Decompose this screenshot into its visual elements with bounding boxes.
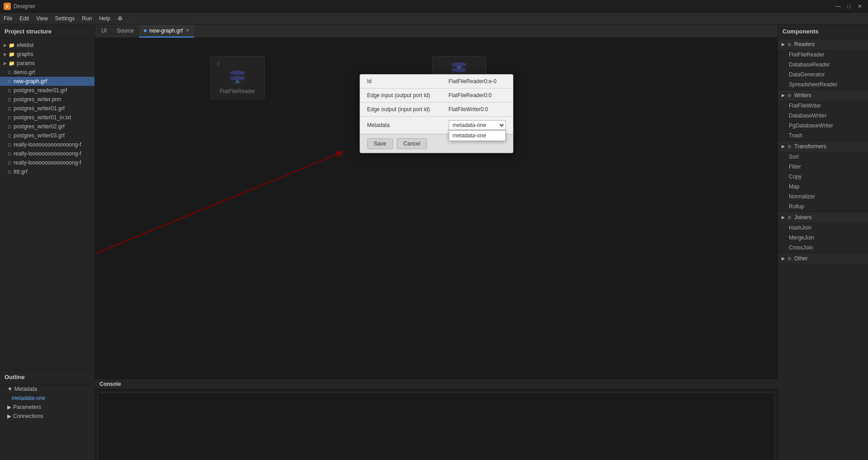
comp-datagenerator[interactable]: DataGenerator	[778, 70, 868, 80]
section-writers: ▶ ⚙ Writers FlatFileWriter DatabaseWrite…	[778, 90, 868, 141]
comp-copy[interactable]: Copy	[778, 172, 868, 182]
tree-item-postgres-reader01[interactable]: 🗋 postgres_reader01.grf	[0, 86, 95, 95]
comp-spreadsheetreader[interactable]: SpreadsheetReader	[778, 80, 868, 89]
dialog-overlay: Id FlatFileReader0:e-0 Edge input (outpu…	[95, 38, 778, 379]
dialog-field-edge-input-value: FlatFileReader0:0	[449, 92, 506, 99]
tree-label: postgres_writer01.grf	[14, 105, 65, 112]
tree-item-postgres-writer02[interactable]: 🗋 postgres_writer02.grf	[0, 122, 95, 131]
file-icon: 🗋	[7, 160, 12, 165]
tree-item-really-long-2[interactable]: 🗋 really-loooooooooooooong-f	[0, 149, 95, 158]
tab-source[interactable]: Source	[112, 25, 138, 38]
dialog-field-edge-output-value: FlatFileWriter0:0	[449, 106, 506, 113]
tree-item-really-long-1[interactable]: 🗋 really-loooooooooooooong-f	[0, 140, 95, 149]
dialog-field-edge-input-label: Edge input (output port Id)	[367, 92, 449, 99]
tree-label: postgres_writer03.grf	[14, 132, 65, 139]
menu-edit[interactable]: Edit	[19, 15, 29, 22]
comp-databasereader[interactable]: DatabaseReader	[778, 60, 868, 70]
components-panel: Components ▶ ⚙ Readers FlatFileReader Da…	[778, 24, 868, 460]
comp-map[interactable]: Map	[778, 182, 868, 192]
console-content	[98, 392, 775, 460]
section-other-header[interactable]: ▶ ⚙ Other	[778, 253, 868, 264]
tree-label: really-loooooooooooooong-f	[14, 141, 81, 148]
project-tree: ▶ 📁 efeklist ▶ 📁 graphs ▶ 📁 params 🗋 dem…	[0, 39, 95, 370]
comp-trash[interactable]: Trash	[778, 131, 868, 141]
comp-filter[interactable]: Filter	[778, 162, 868, 172]
tab-ui[interactable]: UI	[97, 25, 111, 38]
title-bar: e Designer — □ ✕	[0, 0, 868, 13]
minimize-button[interactable]: —	[834, 2, 843, 11]
menu-help[interactable]: Help	[99, 15, 110, 22]
metadata-select[interactable]: metadata-one	[449, 120, 506, 130]
tree-item-graphs[interactable]: ▶ 📁 graphs	[0, 50, 95, 59]
window-controls: — □ ✕	[834, 2, 864, 11]
comp-sort[interactable]: Sort	[778, 152, 868, 162]
tab-close-icon[interactable]: ✕	[185, 28, 190, 33]
comp-hashjoin[interactable]: HashJoin	[778, 223, 868, 233]
tree-item-really-long-3[interactable]: 🗋 really-loooooooooooooong-f	[0, 158, 95, 167]
tab-new-graph[interactable]: new-graph.grf ✕	[139, 25, 194, 38]
menu-file[interactable]: File	[4, 15, 12, 22]
outline-metadata-one[interactable]: metadata-one	[0, 394, 95, 403]
file-icon: 🗋	[7, 88, 12, 93]
outline-parameters-section[interactable]: ▶ Parameters	[0, 403, 95, 412]
section-transformers: ▶ ⚙ Transformers Sort Filter Copy Map No…	[778, 141, 868, 212]
tree-item-postgres-writer03[interactable]: 🗋 postgres_writer03.grf	[0, 131, 95, 140]
menu-settings[interactable]: Settings	[55, 15, 75, 22]
comp-rollup[interactable]: Rollup	[778, 202, 868, 211]
gear-icon: ⚙	[787, 93, 792, 98]
file-icon: 🗋	[7, 133, 12, 138]
outline-metadata-section[interactable]: ▼ Metadata	[0, 385, 95, 394]
menu-run[interactable]: Run	[82, 15, 92, 22]
section-writers-header[interactable]: ▶ ⚙ Writers	[778, 90, 868, 101]
tab-bar: UI Source new-graph.grf ✕	[95, 24, 778, 38]
dialog-field-metadata-label: Metadata	[367, 122, 449, 128]
tree-item-demo-grf[interactable]: 🗋 demo.grf	[0, 68, 95, 77]
tree-item-params[interactable]: ▶ 📁 params	[0, 59, 95, 68]
dialog-cancel-button[interactable]: Cancel	[397, 138, 427, 149]
tree-item-new-graph-grf[interactable]: 🗋 new-graph.grf	[0, 77, 95, 86]
tree-label: new-graph.grf	[14, 78, 47, 84]
section-readers-header[interactable]: ▶ ⚙ Readers	[778, 39, 868, 50]
metadata-dropdown-popup: metadata-one	[449, 130, 506, 141]
arrow-icon: ▼	[7, 386, 13, 392]
console-title: Console	[95, 379, 778, 390]
metadata-option-metadata-one[interactable]: metadata-one	[449, 131, 505, 141]
close-button[interactable]: ✕	[855, 2, 864, 11]
center-area: UI Source new-graph.grf ✕	[95, 24, 778, 460]
tree-item-efeklist[interactable]: ▶ 📁 efeklist	[0, 41, 95, 50]
dialog-save-button[interactable]: Save	[367, 138, 393, 149]
section-label: Writers	[794, 92, 811, 99]
tree-label: postgres_writer.prm	[14, 96, 61, 103]
comp-crossjoin[interactable]: CrossJoin	[778, 243, 868, 253]
dialog-row-id: Id FlatFileReader0:e-0	[360, 75, 513, 89]
section-transformers-header[interactable]: ▶ ⚙ Transformers	[778, 141, 868, 152]
menu-refresh-icon[interactable]: ♻	[118, 15, 123, 22]
comp-flatfilewriter[interactable]: FlatFileWriter	[778, 101, 868, 111]
outline-label: Connections	[13, 413, 43, 419]
arrow-icon: ▶	[7, 413, 11, 419]
metadata-select-wrapper: metadata-one metadata-one	[449, 120, 506, 130]
app-title: Designer	[14, 3, 831, 9]
comp-mergejoin[interactable]: MergeJoin	[778, 233, 868, 243]
tab-file-label: new-graph.grf	[149, 28, 183, 34]
comp-pgdatabasewriter[interactable]: PgDatabaseWriter	[778, 121, 868, 131]
outline-title: Outline	[0, 370, 95, 385]
arrow-icon: ▶	[4, 52, 7, 56]
tree-item-tttt[interactable]: 🗋 tttt.grf	[0, 167, 95, 176]
dialog-row-edge-output: Edge output (input port id) FlatFileWrit…	[360, 103, 513, 117]
tree-item-postgres-writer01-in[interactable]: 🗋 postgres_writer01_in.txt	[0, 113, 95, 122]
tree-item-postgres-writer-prm[interactable]: 🗋 postgres_writer.prm	[0, 95, 95, 104]
comp-databasewriter[interactable]: DatabaseWriter	[778, 111, 868, 121]
menu-view[interactable]: View	[36, 15, 48, 22]
main-layout: Project structure ▶ 📁 efeklist ▶ 📁 graph…	[0, 24, 868, 460]
expand-icon: ▶	[782, 42, 785, 47]
maximize-button[interactable]: □	[844, 2, 854, 11]
section-joiners-header[interactable]: ▶ ⚙ Joiners	[778, 212, 868, 223]
outline-connections-section[interactable]: ▶ Connections	[0, 412, 95, 421]
project-structure-title: Project structure	[0, 24, 95, 39]
comp-normalizer[interactable]: Normalizer	[778, 192, 868, 202]
file-icon: 🗋	[7, 151, 12, 156]
file-icon: 🗋	[7, 169, 12, 174]
tree-item-postgres-writer01[interactable]: 🗋 postgres_writer01.grf	[0, 104, 95, 113]
comp-flatfilereader[interactable]: FlatFileReader	[778, 50, 868, 60]
